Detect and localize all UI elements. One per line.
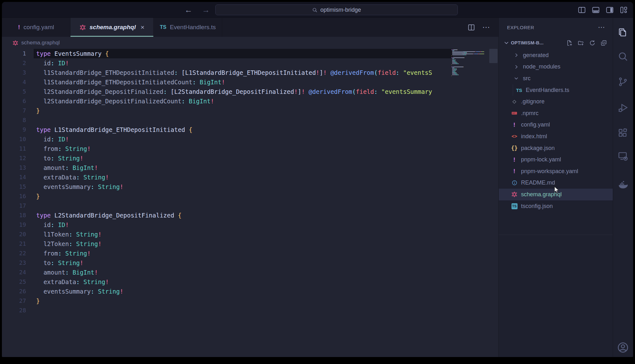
tree-item-index-html[interactable]: <>index.html (499, 131, 613, 142)
code-line[interactable]: type EventsSummary { (36, 49, 453, 58)
code-line[interactable]: l1StandardBridge_ETHDepositInitiated: [L… (36, 68, 453, 77)
close-tab-icon[interactable]: × (141, 23, 144, 31)
code-line[interactable]: } (36, 296, 453, 306)
json-icon: {} (511, 145, 518, 152)
tree-item-pnpm-workspace-yaml[interactable]: !pnpm-workspace.yaml (499, 166, 613, 177)
code-line[interactable]: from: String! (36, 144, 453, 153)
refresh-icon[interactable] (589, 40, 596, 46)
extensions-icon[interactable] (618, 128, 628, 139)
code-line[interactable]: to: String! (36, 153, 453, 163)
scrollbar-slider[interactable] (489, 49, 498, 63)
new-folder-icon[interactable] (578, 40, 584, 46)
code-line[interactable]: eventsSummary: String! (36, 287, 453, 296)
more-actions-icon[interactable]: ⋯ (482, 23, 490, 32)
code-line[interactable]: l2StandardBridge_DepositFinalizedCount: … (36, 96, 453, 106)
code-editor[interactable]: 1234567891011121314151617181920212223242… (2, 49, 498, 357)
chevron-right-icon (513, 63, 520, 70)
line-number: 9 (2, 125, 26, 134)
tree-item-label: tsconfig.json (521, 203, 553, 210)
code-line[interactable]: l1StandardBridge_ETHDepositInitiatedCoun… (36, 77, 453, 87)
tree-item-src[interactable]: src (499, 73, 613, 84)
code-line[interactable]: type L1StandardBridge_ETHDepositInitiate… (36, 125, 453, 134)
code-line[interactable]: } (36, 106, 453, 115)
line-number: 24 (2, 268, 26, 277)
graphql-icon (79, 24, 86, 31)
remote-explorer-icon[interactable] (618, 151, 628, 161)
code-line[interactable]: extraData: String! (36, 172, 453, 182)
tree-item-label: pnpm-lock.yaml (521, 156, 561, 163)
docker-icon[interactable] (618, 179, 628, 190)
explorer-icon[interactable] (618, 27, 628, 38)
tree-item-label: README.md (521, 179, 555, 186)
tree-item-package-json[interactable]: {}package.json (499, 142, 613, 154)
line-number: 13 (2, 163, 26, 172)
line-number: 3 (2, 68, 26, 77)
code-line[interactable] (36, 115, 453, 125)
line-number: 17 (2, 201, 26, 211)
line-number: 19 (2, 220, 26, 230)
npm-icon (511, 110, 518, 117)
nav-back-button[interactable]: ← (184, 5, 192, 15)
tree-item-gitignore[interactable]: .gitignore (499, 96, 613, 107)
code-line[interactable] (36, 306, 453, 315)
code-line[interactable]: from: String! (36, 249, 453, 258)
command-center-search[interactable]: optimism-bridge (215, 4, 458, 15)
tab-schema-graphql[interactable]: schema.graphql × (70, 18, 154, 37)
tree-item-label: .npmrc (521, 110, 538, 117)
line-number: 25 (2, 277, 26, 287)
views-and-more-actions-icon[interactable]: ⋯ (598, 23, 605, 31)
tab-label: schema.graphql (90, 24, 136, 31)
tree-item-npmrc[interactable]: .npmrc (499, 107, 613, 119)
tree-item-node-modules[interactable]: node_modules (499, 61, 613, 73)
search-icon[interactable] (618, 51, 628, 62)
code-line[interactable]: amount: BigInt! (36, 163, 453, 172)
code-line[interactable]: id: ID! (36, 220, 453, 230)
line-number: 28 (2, 306, 26, 315)
editor-group: ! config.yaml schema.graphql × TS EventH… (2, 18, 498, 357)
code-line[interactable]: type L2StandardBridge_DepositFinalized { (36, 211, 453, 220)
screen: ← → optimism-bridge ! config.yaml (0, 0, 635, 364)
customize-layout-icon[interactable] (619, 6, 628, 14)
tree-item-label: generated (523, 52, 549, 59)
code-line[interactable]: to: String! (36, 258, 453, 268)
toggle-panel-icon[interactable] (592, 6, 600, 14)
code-line[interactable]: id: ID! (36, 58, 453, 68)
account-icon[interactable] (617, 341, 629, 354)
code-line[interactable] (36, 201, 453, 211)
workspace-section-header[interactable]: OPTIMISM-B... (499, 37, 613, 49)
line-number: 1 (2, 49, 26, 58)
toggle-sidebar-icon[interactable] (578, 6, 586, 14)
line-number: 20 (2, 230, 26, 239)
toggle-secondary-sidebar-icon[interactable] (605, 6, 614, 14)
tree-item-config-yaml[interactable]: !config.yaml (499, 119, 613, 131)
minimap[interactable] (451, 49, 487, 88)
breadcrumb[interactable]: schema.graphql (2, 37, 498, 49)
workbench: ! config.yaml schema.graphql × TS EventH… (2, 18, 633, 357)
yaml-icon: ! (511, 168, 518, 175)
code-line[interactable]: id: ID! (36, 134, 453, 144)
new-file-icon[interactable] (566, 40, 573, 46)
tree-item-generated[interactable]: generated (499, 49, 613, 61)
code-line[interactable]: } (36, 192, 453, 201)
code-line[interactable]: amount: BigInt! (36, 268, 453, 277)
code-line[interactable]: extraData: String! (36, 277, 453, 287)
code-line[interactable]: l2Token: String! (36, 239, 453, 249)
search-icon (312, 7, 318, 13)
code-line[interactable]: l1Token: String! (36, 230, 453, 239)
code-line[interactable]: eventsSummary: String! (36, 182, 453, 192)
line-number: 23 (2, 258, 26, 268)
editor-actions: ⋯ (467, 18, 498, 37)
tab-eventhandlers-ts[interactable]: TS EventHandlers.ts (154, 18, 222, 37)
run-debug-icon[interactable] (618, 102, 628, 113)
collapse-folders-icon[interactable] (600, 40, 607, 46)
tree-item-pnpm-lock-yaml[interactable]: !pnpm-lock.yaml (499, 154, 613, 166)
tab-config-yaml[interactable]: ! config.yaml (2, 18, 70, 37)
source-control-icon[interactable] (618, 76, 628, 87)
line-number: 16 (2, 192, 26, 201)
code-line[interactable]: l2StandardBridge_DepositFinalized: [L2St… (36, 87, 453, 96)
nav-forward-button[interactable]: → (202, 5, 210, 15)
split-editor-icon[interactable] (467, 23, 475, 31)
tree-item-eventhandlers-ts[interactable]: TSEventHandlers.ts (499, 84, 613, 96)
tree-item-tsconfig-json[interactable]: TStsconfig.json (499, 200, 613, 212)
tsconfig-icon: TS (511, 203, 518, 210)
